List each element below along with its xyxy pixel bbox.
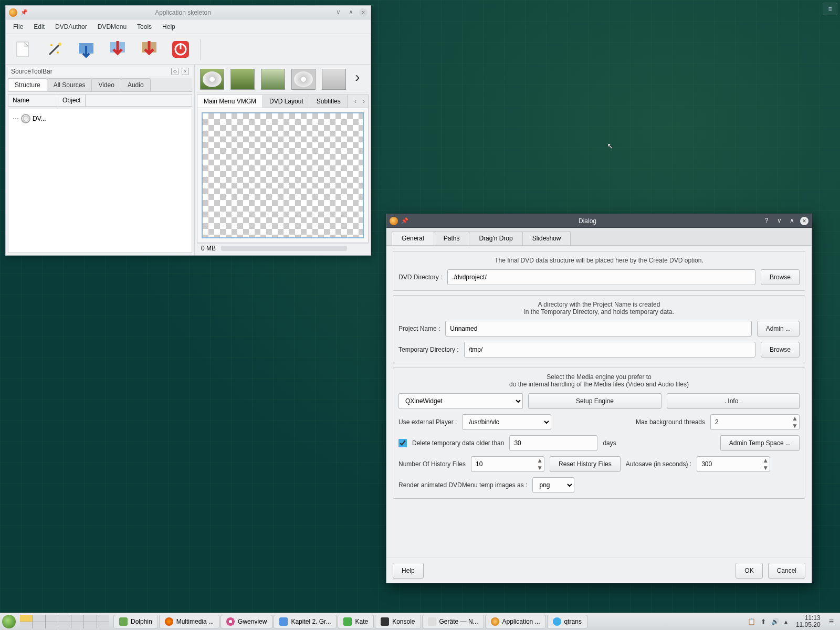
tab-main-menu[interactable]: Main Menu VMGM xyxy=(197,95,263,108)
max-bg-threads-stepper[interactable]: ▲▼ xyxy=(710,414,800,430)
project-admin-button[interactable]: Admin ... xyxy=(757,321,800,337)
thumb-template-3[interactable] xyxy=(261,69,285,90)
panel-float-icon[interactable]: ◇ xyxy=(171,68,178,75)
toolbar-export-icon[interactable] xyxy=(137,37,161,61)
spin-up-icon[interactable]: ▲ xyxy=(792,415,798,422)
tree-col-object[interactable]: Object xyxy=(58,94,86,106)
toolbar-power-icon[interactable] xyxy=(169,37,193,61)
engine-info-button[interactable]: . Info . xyxy=(667,393,800,409)
dialog-ok-button[interactable]: OK xyxy=(736,563,762,579)
thumb-template-4[interactable] xyxy=(291,69,316,90)
toolbar-import-icon[interactable] xyxy=(74,37,98,61)
main-titlebar[interactable]: 📌 Application skeleton ∨ ∧ × xyxy=(6,6,371,19)
temp-dir-input[interactable] xyxy=(464,342,755,358)
desktop-menu-button[interactable]: ≡ xyxy=(823,3,837,15)
dialog-pin-icon[interactable]: 📌 xyxy=(401,217,408,224)
task-kate[interactable]: Kate xyxy=(338,615,374,628)
tree-body[interactable]: ⋯ DV... xyxy=(8,109,192,253)
tab-slideshow[interactable]: Slideshow xyxy=(522,231,571,245)
tray-updates-icon[interactable]: ⬆ xyxy=(761,618,766,625)
temp-dir-browse-button[interactable]: Browse xyxy=(761,342,800,358)
thumb-template-1[interactable] xyxy=(200,69,224,90)
dialog-minimize-icon[interactable]: ∨ xyxy=(775,217,783,225)
tray-volume-icon[interactable]: 🔊 xyxy=(771,618,779,625)
setup-engine-button[interactable]: Setup Engine xyxy=(528,393,661,409)
spin-up-icon[interactable]: ▲ xyxy=(762,457,769,464)
tab-audio[interactable]: Audio xyxy=(121,78,151,91)
spin-down-icon[interactable]: ▼ xyxy=(792,422,798,429)
toolbar-wizard-icon[interactable] xyxy=(43,37,67,61)
ext-player-select[interactable]: /usr/bin/vlc xyxy=(462,414,551,430)
thumb-template-5[interactable] xyxy=(322,69,346,90)
task-app-skeleton[interactable]: Application ... xyxy=(485,615,546,628)
delete-old-checkbox[interactable] xyxy=(398,439,407,447)
dialog-help-icon[interactable]: ? xyxy=(762,217,771,225)
desktop-pager[interactable] xyxy=(20,615,109,628)
tab-structure[interactable]: Structure xyxy=(8,78,47,91)
menu-tools[interactable]: Tools xyxy=(133,21,156,33)
thumb-template-2[interactable] xyxy=(230,69,255,90)
delete-old-days-input[interactable] xyxy=(509,435,597,451)
task-gerate[interactable]: Geräte — N... xyxy=(422,615,484,628)
tab-all-sources[interactable]: All Sources xyxy=(47,78,92,91)
media-engine-select[interactable]: QXineWidget xyxy=(398,393,523,409)
autosave-stepper[interactable]: ▲▼ xyxy=(697,456,770,472)
delete-old-label: Delete temporary data older than xyxy=(412,439,504,447)
render-fmt-select[interactable]: png xyxy=(532,477,574,493)
tab-subtitles[interactable]: Subtitles xyxy=(310,95,348,108)
admin-temp-button[interactable]: Admin Temp Space ... xyxy=(720,435,800,451)
minimize-icon[interactable]: ∨ xyxy=(334,8,342,17)
taskbar-clock[interactable]: 11:13 11.05.20 xyxy=(793,615,824,628)
tray-clipboard-icon[interactable]: 📋 xyxy=(748,618,755,625)
pin-icon[interactable]: 📌 xyxy=(20,9,28,16)
spin-down-icon[interactable]: ▼ xyxy=(537,464,543,471)
temp-dir-label: Temporary Directory : xyxy=(398,346,459,353)
app-launcher-icon[interactable] xyxy=(2,615,16,628)
tab-scroll-left-icon[interactable]: ‹ xyxy=(351,96,360,107)
tree-expander-icon[interactable]: ⋯ xyxy=(13,115,19,122)
tab-paths[interactable]: Paths xyxy=(434,231,470,245)
dialog-tabs: General Paths Drag'n Drop Slideshow xyxy=(386,228,812,246)
tab-video[interactable]: Video xyxy=(91,78,121,91)
taskbar-menu-icon[interactable]: ≡ xyxy=(825,617,838,626)
source-tabs: Structure All Sources Video Audio xyxy=(8,78,192,92)
task-dolphin[interactable]: Dolphin xyxy=(113,615,158,628)
tab-dvd-layout[interactable]: DVD Layout xyxy=(263,95,310,108)
group-media-engine: Select the Media engine you prefer to do… xyxy=(393,368,805,499)
panel-close-icon[interactable]: × xyxy=(182,68,189,75)
menu-edit[interactable]: Edit xyxy=(29,21,49,33)
task-firefox[interactable]: Multimedia ... xyxy=(159,615,219,628)
thumb-next-icon[interactable]: › xyxy=(352,69,363,90)
dvd-dir-input[interactable] xyxy=(447,269,755,285)
dialog-close-icon[interactable]: × xyxy=(800,217,808,225)
task-qtrans[interactable]: qtrans xyxy=(547,615,587,628)
menu-file[interactable]: File xyxy=(9,21,27,33)
dialog-help-button[interactable]: Help xyxy=(393,563,424,579)
toolbar-download-icon[interactable] xyxy=(106,37,130,61)
tree-item-dvd[interactable]: ⋯ DV... xyxy=(10,112,190,125)
close-icon[interactable]: × xyxy=(359,8,368,17)
spin-up-icon[interactable]: ▲ xyxy=(537,457,543,464)
spin-down-icon[interactable]: ▼ xyxy=(762,464,769,471)
tray-expand-icon[interactable]: ▴ xyxy=(784,618,788,625)
reset-history-button[interactable]: Reset History Files xyxy=(550,456,621,472)
tree-col-name[interactable]: Name xyxy=(8,94,58,106)
task-gwenview[interactable]: Gwenview xyxy=(220,615,272,628)
dialog-titlebar[interactable]: 📌 Dialog ? ∨ ∧ × xyxy=(386,214,812,228)
task-kapitel[interactable]: Kapitel 2. Gr... xyxy=(274,615,337,628)
project-name-input[interactable] xyxy=(445,321,751,337)
tab-scroll-right-icon[interactable]: › xyxy=(360,96,368,107)
toolbar-new-icon[interactable] xyxy=(11,37,35,61)
tab-dragndrop[interactable]: Drag'n Drop xyxy=(469,231,522,245)
menu-help[interactable]: Help xyxy=(158,21,180,33)
dvd-dir-browse-button[interactable]: Browse xyxy=(761,269,800,285)
history-files-stepper[interactable]: ▲▼ xyxy=(471,456,544,472)
dialog-maximize-icon[interactable]: ∧ xyxy=(788,217,796,225)
tab-general[interactable]: General xyxy=(392,231,434,245)
menu-dvdmenu[interactable]: DVDMenu xyxy=(93,21,131,33)
dialog-cancel-button[interactable]: Cancel xyxy=(768,563,805,579)
maximize-icon[interactable]: ∧ xyxy=(346,8,355,17)
menu-dvdauthor[interactable]: DVDAuthor xyxy=(51,21,91,33)
task-konsole[interactable]: Konsole xyxy=(375,615,421,628)
menu-canvas[interactable] xyxy=(202,112,364,238)
